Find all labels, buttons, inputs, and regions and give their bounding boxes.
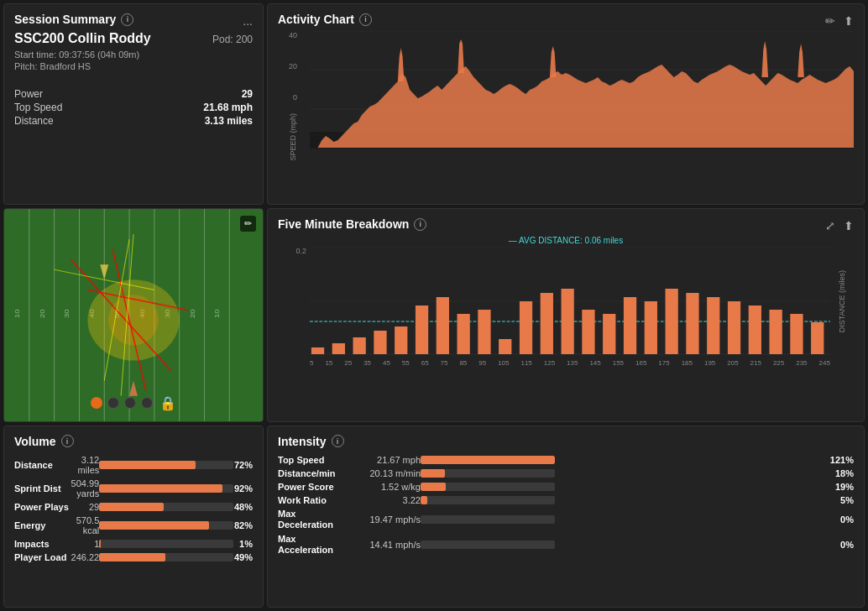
vol-power-bar-bg	[99, 503, 233, 511]
vol-distance-bar-bg	[99, 461, 233, 469]
svg-rect-38	[311, 347, 324, 354]
int-maxaccel-name: MaxAcceleration	[278, 532, 345, 557]
int-maxaccel-pct: 0%	[820, 532, 854, 557]
vol-energy-bar	[99, 521, 209, 530]
vol-distance-val: 3.12 miles	[69, 453, 99, 477]
pitch-label: Pitch: Bradford HS	[14, 61, 253, 71]
x-tick-145: 145	[589, 359, 600, 367]
svg-text:20: 20	[38, 309, 45, 318]
svg-rect-41	[374, 331, 386, 354]
pitch-dot-3[interactable]	[124, 397, 136, 409]
stat-distance: Distance 3.13 miles	[14, 115, 253, 127]
pitch-dot-4[interactable]	[141, 397, 153, 409]
intensity-metrics-table: Top Speed 21.67 mph 121% Distance/min 20…	[278, 453, 854, 558]
int-powerscore-name: Power Score	[278, 480, 345, 494]
session-summary-panel: Session Summary i ... SSC200 Collin Rodd…	[3, 3, 264, 205]
session-summary-info-icon[interactable]: i	[121, 13, 133, 26]
volume-info-icon[interactable]: i	[61, 435, 74, 447]
x-tick-245: 245	[819, 359, 830, 367]
vol-playerload-val: 246.22	[69, 551, 99, 564]
x-tick-235: 235	[796, 359, 807, 367]
intensity-row-workratio: Work Ratio 3.22 5%	[278, 494, 854, 507]
vol-sprint-val: 504.99 yards	[69, 477, 99, 500]
svg-rect-57	[707, 297, 719, 354]
int-workratio-bar	[421, 496, 427, 504]
svg-rect-51	[582, 310, 594, 354]
svg-rect-56	[686, 293, 698, 354]
activity-y-tick-20: 20	[289, 62, 297, 70]
activity-chart-area: 40 20 0 SPEED (mph)	[278, 31, 854, 161]
vol-playerload-pct: 49%	[233, 551, 253, 564]
intensity-info-icon[interactable]: i	[332, 435, 344, 447]
vol-energy-pct: 82%	[233, 514, 253, 537]
int-powerscore-bar	[421, 483, 446, 491]
pitch-edit-button[interactable]: ✏	[240, 216, 256, 232]
pitch-lock-icon[interactable]: 🔒	[159, 395, 176, 411]
pitch-background: 10 20 30 40 50 40 30 20 10	[4, 209, 263, 421]
x-tick-215: 215	[750, 359, 761, 367]
pitch-dot-2[interactable]	[107, 397, 119, 409]
int-workratio-name: Work Ratio	[278, 494, 345, 507]
pitch-pagination: 🔒	[91, 395, 176, 411]
x-tick-5: 5	[310, 359, 313, 367]
int-topspeed-val: 21.67 mph	[345, 453, 421, 467]
x-tick-55: 55	[402, 359, 410, 367]
int-maxdecel-pct: 0%	[820, 507, 854, 532]
svg-text:20: 20	[188, 309, 196, 318]
int-maxdecel-bar-bg	[421, 515, 555, 524]
vol-distance-bar	[99, 461, 196, 469]
svg-rect-48	[520, 301, 532, 354]
five-minute-breakdown-panel: Five Minute Breakdown i ⤢ ⬆ — AVG DISTAN…	[267, 208, 865, 422]
activity-chart-info-icon[interactable]: i	[359, 13, 372, 26]
x-tick-35: 35	[363, 359, 371, 367]
session-more-button[interactable]: ...	[241, 13, 254, 29]
vol-impacts-val: 1	[69, 537, 99, 551]
x-tick-125: 125	[544, 359, 555, 367]
int-workratio-pct: 5%	[820, 494, 854, 507]
svg-text:30: 30	[63, 309, 71, 318]
svg-rect-52	[603, 314, 615, 354]
intensity-row-topspeed: Top Speed 21.67 mph 121%	[278, 453, 854, 467]
vol-impacts-bar	[99, 540, 101, 548]
int-distmin-val: 20.13 m/min	[345, 467, 421, 480]
svg-rect-53	[624, 297, 636, 354]
avg-distance-label: — AVG DISTANCE: 0.06 miles	[278, 236, 854, 245]
intensity-panel: Intensity i Top Speed 21.67 mph 121% Dis…	[267, 426, 865, 608]
activity-chart-panel: Activity Chart i ✏ ⬆ 40 20 0 SPEED (mph)	[267, 3, 865, 205]
vol-energy-name: Energy	[14, 514, 69, 537]
breakdown-chart-svg	[310, 247, 830, 356]
vol-power-pct: 48%	[233, 500, 253, 514]
vol-sprint-pct: 92%	[233, 477, 253, 500]
svg-rect-60	[770, 310, 782, 354]
activity-chart-title: Activity Chart	[278, 13, 354, 26]
volume-row-power: Power Plays 29 48%	[14, 500, 253, 514]
int-topspeed-pct: 121%	[820, 453, 854, 467]
vol-sprint-bar-bg	[99, 484, 233, 493]
volume-row-impacts: Impacts 1 1%	[14, 537, 253, 551]
breakdown-y-axis-label: DISTANCE (miles)	[830, 247, 854, 368]
activity-edit-button[interactable]: ✏	[824, 13, 837, 29]
x-tick-225: 225	[773, 359, 784, 367]
topspeed-label: Top Speed	[14, 102, 62, 113]
volume-row-distance: Distance 3.12 miles 72%	[14, 453, 253, 477]
svg-rect-44	[437, 297, 449, 354]
svg-rect-55	[666, 289, 678, 354]
volume-row-sprint: Sprint Dist 504.99 yards 92%	[14, 477, 253, 500]
player-name: SSC200 Collin Roddy	[14, 31, 151, 46]
svg-rect-43	[416, 306, 428, 354]
breakdown-chart-inner: 5 15 25 35 45 55 65 75 85 95 105 115 125…	[310, 247, 830, 368]
breakdown-upload-button[interactable]: ⬆	[842, 217, 855, 234]
stat-power: Power 29	[14, 88, 253, 100]
svg-rect-54	[645, 301, 657, 354]
x-tick-65: 65	[421, 359, 429, 367]
vol-playerload-name: Player Load	[14, 551, 69, 564]
activity-upload-button[interactable]: ⬆	[842, 13, 855, 29]
vol-impacts-bar-bg	[99, 540, 233, 548]
breakdown-info-icon[interactable]: i	[414, 218, 426, 231]
x-tick-25: 25	[344, 359, 352, 367]
x-tick-135: 135	[567, 359, 578, 367]
int-powerscore-bar-bg	[421, 483, 555, 491]
pitch-dot-1[interactable]	[91, 397, 102, 409]
pitch-map-panel: 10 20 30 40 50 40 30 20 10	[3, 208, 264, 422]
breakdown-expand-button[interactable]: ⤢	[824, 217, 837, 234]
